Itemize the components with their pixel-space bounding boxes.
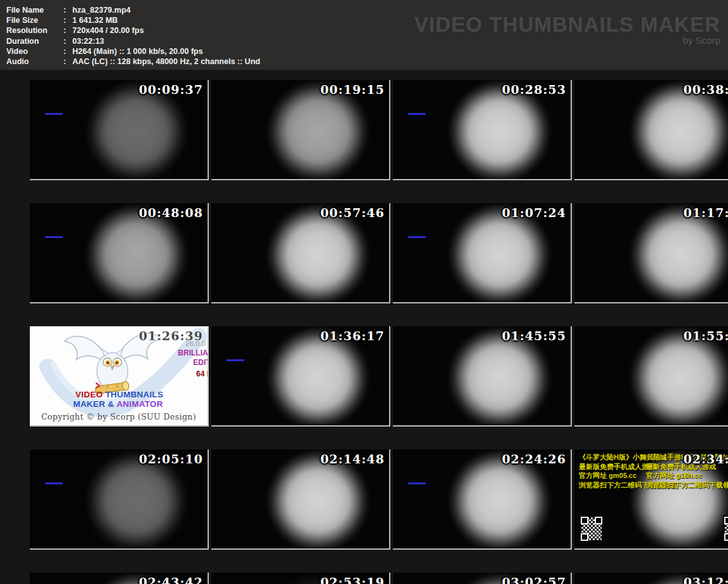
thumbnail-timestamp: 01:36:17 [321, 329, 385, 343]
meta-separator: : [63, 36, 72, 46]
video-thumbnail: 02:43:42 [30, 573, 209, 584]
app-watermark: VIDEO THUMBNAILS MAKER by Scorp [414, 13, 720, 46]
qr-code-right [723, 515, 728, 542]
camera-osd-dash [408, 482, 426, 484]
meta-value: 03:22:13 [72, 36, 104, 46]
meta-value: hza_82379.mp4 [72, 5, 131, 15]
qr-code-left [579, 515, 604, 542]
video-thumbnail: 01:45:55 [393, 326, 572, 427]
video-thumbnail: 02:14:48 [211, 449, 390, 550]
logo-edition-line2: EDITION [193, 358, 208, 367]
logo-edition-line1: BRILLIANCE [178, 348, 208, 357]
camera-osd-dash [408, 113, 426, 115]
thumbnail-timestamp: 02:14:48 [321, 452, 385, 466]
brand-animator: ANIMATOR [117, 399, 163, 409]
thumbnail-timestamp: 00:48:08 [139, 206, 203, 220]
ad-line: 官方网址 g18h.cc [646, 471, 728, 481]
logo-bits: 64 BIT [196, 369, 208, 378]
video-thumbnail: 02:53:19 [211, 573, 390, 584]
video-thumbnail: 01:07:24 [393, 203, 572, 303]
thumbnail-timestamp: 01:26:39 [139, 329, 203, 343]
brand-ampersand: & [108, 399, 114, 409]
vtm-logo-card: 26.0.0 BRILLIANCE EDITION 64 BIT VIDEOTH… [30, 326, 209, 427]
thumbnail-timestamp: 00:28:53 [502, 83, 566, 96]
camera-osd-dash [45, 482, 63, 484]
camera-osd-dash [227, 359, 244, 361]
video-thumbnail: 00:57:46 [211, 203, 390, 303]
meta-value: 1 641.32 MB [72, 15, 118, 25]
meta-separator: : [63, 56, 72, 67]
meta-separator: : [63, 15, 72, 25]
camera-osd-dash [408, 236, 426, 238]
ad-line: 浏览器扫下方二维码下载领礼包 [646, 481, 728, 490]
video-thumbnail: 00:48:08 [30, 203, 209, 303]
meta-row-audio: Audio : AAC (LC) :: 128 kbps, 48000 Hz, … [6, 56, 728, 67]
video-thumbnail: 00:28:53 [393, 80, 572, 180]
thumbnail-timestamp: 00:57:46 [321, 206, 385, 220]
metadata-header: File Name : hza_82379.mp4 File Size : 1 … [0, 0, 728, 70]
thumbnail-timestamp: 01:07:24 [502, 206, 566, 220]
meta-label: Audio [6, 56, 63, 67]
logo-brand-line: VIDEOTHUMBNAILS MAKER&ANIMATOR [30, 390, 208, 409]
thumbnail-timestamp: 02:34:04 [684, 452, 728, 466]
video-thumbnail: 00:38:31 [574, 80, 728, 180]
video-thumbnail: 03:02:57 [393, 573, 572, 584]
meta-separator: : [63, 5, 72, 15]
thumbnail-timestamp: 02:24:26 [502, 452, 566, 466]
thumbnail-timestamp: 03:12:35 [684, 575, 728, 584]
meta-value: AAC (LC) :: 128 kbps, 48000 Hz, 2 channe… [72, 56, 260, 67]
thumbnail-grid: 00:09:37 00:19:15 00:28:53 00:38:31 00:4… [0, 70, 728, 584]
video-thumbnail: 00:09:37 [30, 80, 209, 180]
thumbnail-timestamp: 02:43:42 [139, 575, 203, 584]
app-watermark-title: VIDEO THUMBNAILS MAKER [414, 13, 720, 37]
thumbnail-timestamp: 01:45:55 [502, 329, 566, 343]
video-thumbnail: 00:19:15 [211, 80, 390, 180]
video-thumbnail: 02:05:10 [30, 449, 209, 550]
video-thumbnail: 02:24:26 [393, 449, 572, 550]
meta-separator: : [63, 46, 72, 56]
meta-label: File Size [6, 15, 63, 25]
camera-osd-dash [45, 113, 63, 115]
thumbnail-timestamp: 02:53:19 [321, 575, 385, 584]
thumbnail-timestamp: 00:38:31 [684, 83, 728, 96]
meta-label: Duration [6, 36, 63, 46]
meta-label: Resolution [6, 25, 63, 36]
meta-separator: : [63, 25, 72, 36]
brand-video: VIDEO [76, 390, 103, 399]
meta-label: File Name [6, 5, 63, 15]
thumbnail-timestamp: 01:55:33 [684, 329, 728, 343]
meta-value: H264 (Main) :: 1 000 kb/s, 20.00 fps [72, 46, 203, 56]
video-thumbnail: 03:12:35 [574, 573, 728, 584]
video-contact-sheet: File Name : hza_82379.mp4 File Size : 1 … [0, 0, 728, 584]
video-thumbnail: 02:34:04 《斗罗大陆H版》小舞归来 最新版免费手机成人游戏 官方网址 g… [574, 449, 728, 550]
video-thumbnail: 01:17:02 [574, 203, 728, 303]
meta-row-video: Video : H264 (Main) :: 1 000 kb/s, 20.00… [6, 46, 728, 56]
logo-copyright: Copyright © by Scorp (SUU Design) [30, 412, 208, 421]
thumbnail-timestamp: 02:05:10 [139, 452, 203, 466]
video-thumbnail: 01:55:33 [574, 326, 728, 427]
thumbnail-timestamp: 00:09:37 [139, 83, 203, 96]
meta-label: Video [6, 46, 63, 56]
thumbnail-timestamp: 01:17:02 [684, 206, 728, 220]
thumbnail-timestamp: 03:02:57 [502, 575, 566, 584]
video-thumbnail: 01:36:17 [211, 326, 390, 427]
meta-value: 720x404 / 20.00 fps [72, 25, 144, 36]
thumbnail-timestamp: 00:19:15 [321, 83, 385, 96]
camera-osd-dash [45, 236, 63, 238]
